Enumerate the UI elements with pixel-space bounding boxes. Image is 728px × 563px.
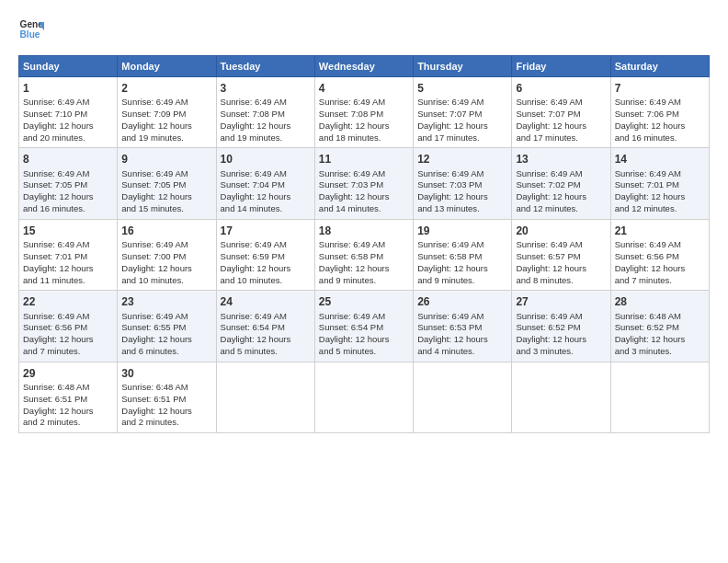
calendar-cell: 13Sunrise: 6:49 AMSunset: 7:02 PMDayligh… — [512, 148, 610, 219]
calendar-cell — [216, 362, 314, 432]
daylight-label: Daylight: 12 hours — [417, 121, 488, 131]
sunrise: Sunrise: 6:49 AM — [516, 239, 582, 249]
calendar-cell: 3Sunrise: 6:49 AMSunset: 7:08 PMDaylight… — [216, 77, 314, 148]
sunrise: Sunrise: 6:49 AM — [121, 311, 188, 321]
sunrise: Sunrise: 6:49 AM — [417, 311, 483, 321]
day-number: 2 — [121, 81, 211, 96]
sunset: Sunset: 6:51 PM — [23, 394, 87, 404]
sunset: Sunset: 6:52 PM — [615, 322, 679, 332]
sunset: Sunset: 6:56 PM — [23, 322, 87, 332]
daylight-label: Daylight: 12 hours — [23, 334, 94, 344]
daylight-label: Daylight: 12 hours — [221, 334, 291, 344]
day-number: 5 — [417, 81, 507, 96]
calendar-cell: 23Sunrise: 6:49 AMSunset: 6:55 PMDayligh… — [118, 291, 216, 362]
sunset: Sunset: 7:05 PM — [121, 179, 186, 190]
sunset: Sunset: 6:57 PM — [516, 251, 580, 261]
day-number: 8 — [23, 152, 113, 167]
day-number: 11 — [319, 152, 409, 167]
day-number: 19 — [417, 224, 507, 238]
daylight-minutes: and 9 minutes. — [319, 275, 376, 285]
daylight-label: Daylight: 12 hours — [615, 334, 686, 344]
sunset: Sunset: 7:08 PM — [319, 109, 383, 119]
calendar-cell: 20Sunrise: 6:49 AMSunset: 6:57 PMDayligh… — [512, 219, 610, 290]
calendar-cell: 14Sunrise: 6:49 AMSunset: 7:01 PMDayligh… — [610, 148, 709, 219]
calendar-cell: 22Sunrise: 6:49 AMSunset: 6:56 PMDayligh… — [19, 291, 118, 362]
calendar-cell: 24Sunrise: 6:49 AMSunset: 6:54 PMDayligh… — [216, 291, 314, 362]
day-number: 29 — [23, 366, 113, 381]
sunset: Sunset: 6:54 PM — [319, 322, 383, 332]
day-number: 28 — [615, 294, 705, 309]
day-number: 17 — [221, 224, 311, 238]
calendar-cell — [414, 362, 512, 432]
sunrise: Sunrise: 6:49 AM — [516, 168, 582, 178]
daylight-label: Daylight: 12 hours — [516, 191, 586, 201]
sunrise: Sunrise: 6:49 AM — [615, 97, 681, 107]
sunset: Sunset: 6:53 PM — [417, 322, 482, 332]
calendar-cell: 19Sunrise: 6:49 AMSunset: 6:58 PMDayligh… — [414, 219, 512, 290]
daylight-label: Daylight: 12 hours — [23, 191, 94, 201]
daylight-label: Daylight: 12 hours — [221, 263, 291, 273]
day-header-monday: Monday — [118, 56, 216, 77]
daylight-minutes: and 15 minutes. — [121, 203, 184, 213]
daylight-minutes: and 19 minutes. — [121, 132, 184, 143]
daylight-minutes: and 10 minutes. — [121, 275, 184, 285]
daylight-label: Daylight: 12 hours — [319, 334, 390, 344]
sunset: Sunset: 7:08 PM — [221, 109, 285, 119]
daylight-minutes: and 3 minutes. — [615, 346, 672, 356]
daylight-label: Daylight: 12 hours — [221, 121, 291, 131]
day-number: 14 — [615, 152, 705, 167]
sunrise: Sunrise: 6:49 AM — [121, 239, 188, 249]
sunrise: Sunrise: 6:49 AM — [221, 97, 287, 107]
daylight-minutes: and 17 minutes. — [516, 132, 578, 143]
day-number: 1 — [23, 81, 113, 96]
day-header-thursday: Thursday — [414, 56, 512, 77]
day-number: 12 — [417, 152, 507, 167]
page-container: General Blue SundayMondayTuesdayWednesda… — [0, 0, 728, 442]
daylight-label: Daylight: 12 hours — [417, 263, 488, 273]
day-number: 4 — [319, 81, 409, 96]
sunrise: Sunrise: 6:49 AM — [319, 239, 385, 249]
sunset: Sunset: 6:58 PM — [417, 251, 482, 261]
day-number: 20 — [516, 224, 606, 238]
daylight-minutes: and 18 minutes. — [319, 132, 381, 143]
logo: General Blue — [18, 17, 48, 42]
daylight-minutes: and 17 minutes. — [417, 132, 480, 143]
daylight-label: Daylight: 12 hours — [417, 334, 488, 344]
sunrise: Sunrise: 6:49 AM — [23, 239, 89, 249]
day-number: 13 — [516, 152, 606, 167]
day-number: 9 — [121, 152, 211, 167]
sunrise: Sunrise: 6:49 AM — [23, 168, 89, 178]
calendar-cell: 1Sunrise: 6:49 AMSunset: 7:10 PMDaylight… — [19, 77, 118, 148]
daylight-label: Daylight: 12 hours — [23, 121, 94, 131]
header: General Blue — [18, 17, 710, 42]
daylight-label: Daylight: 12 hours — [516, 121, 586, 131]
daylight-minutes: and 5 minutes. — [319, 346, 376, 356]
sunrise: Sunrise: 6:49 AM — [417, 168, 483, 178]
calendar-cell — [314, 362, 413, 432]
daylight-minutes: and 8 minutes. — [516, 275, 573, 285]
sunset: Sunset: 7:09 PM — [121, 109, 186, 119]
daylight-label: Daylight: 12 hours — [121, 406, 192, 416]
sunrise: Sunrise: 6:49 AM — [23, 311, 89, 321]
daylight-label: Daylight: 12 hours — [417, 191, 488, 201]
calendar-cell: 6Sunrise: 6:49 AMSunset: 7:07 PMDaylight… — [512, 77, 610, 148]
sunset: Sunset: 7:03 PM — [319, 179, 383, 190]
sunset: Sunset: 7:02 PM — [516, 179, 580, 190]
daylight-label: Daylight: 12 hours — [121, 263, 192, 273]
daylight-minutes: and 9 minutes. — [417, 275, 474, 285]
daylight-label: Daylight: 12 hours — [319, 191, 390, 201]
sunrise: Sunrise: 6:49 AM — [121, 97, 188, 107]
calendar-cell: 9Sunrise: 6:49 AMSunset: 7:05 PMDaylight… — [118, 148, 216, 219]
daylight-minutes: and 12 minutes. — [615, 203, 677, 213]
day-header-saturday: Saturday — [610, 56, 709, 77]
daylight-label: Daylight: 12 hours — [319, 263, 390, 273]
sunset: Sunset: 7:00 PM — [121, 251, 186, 261]
sunset: Sunset: 7:10 PM — [23, 109, 87, 119]
day-header-wednesday: Wednesday — [314, 56, 413, 77]
day-number: 15 — [23, 224, 113, 238]
day-number: 27 — [516, 294, 606, 309]
sunrise: Sunrise: 6:49 AM — [221, 311, 287, 321]
day-header-friday: Friday — [512, 56, 610, 77]
daylight-label: Daylight: 12 hours — [23, 263, 94, 273]
sunrise: Sunrise: 6:49 AM — [319, 97, 385, 107]
